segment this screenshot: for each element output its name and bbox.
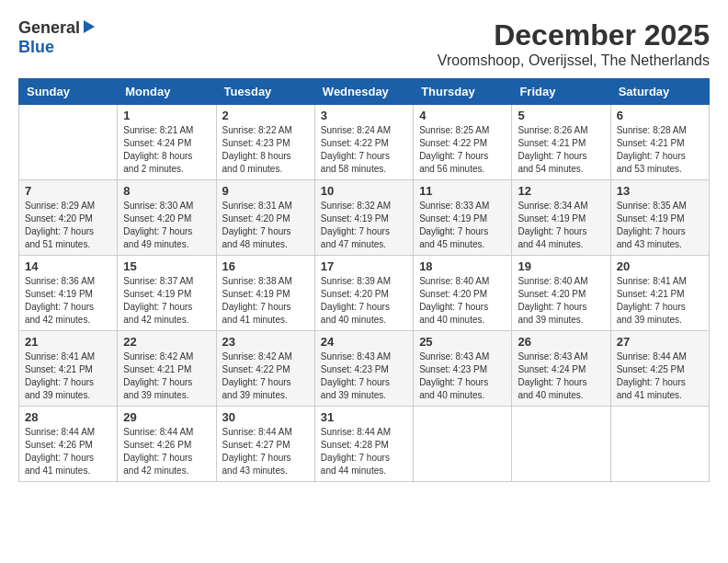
day-info: Sunrise: 8:44 AM Sunset: 4:26 PM Dayligh… <box>25 426 111 477</box>
calendar-cell: 7Sunrise: 8:29 AM Sunset: 4:20 PM Daylig… <box>19 180 118 256</box>
day-number: 9 <box>222 184 309 198</box>
day-info: Sunrise: 8:24 AM Sunset: 4:22 PM Dayligh… <box>321 124 407 176</box>
day-number: 28 <box>25 410 111 424</box>
calendar-week-row: 14Sunrise: 8:36 AM Sunset: 4:19 PM Dayli… <box>19 256 710 331</box>
location-title: Vroomshoop, Overijssel, The Netherlands <box>438 52 710 69</box>
calendar-cell: 25Sunrise: 8:43 AM Sunset: 4:23 PM Dayli… <box>414 331 512 407</box>
day-info: Sunrise: 8:44 AM Sunset: 4:27 PM Dayligh… <box>222 426 309 477</box>
calendar-cell <box>19 105 118 180</box>
page-header: General Blue December 2025 Vroomshoop, O… <box>18 18 710 69</box>
calendar-cell: 21Sunrise: 8:41 AM Sunset: 4:21 PM Dayli… <box>19 331 118 407</box>
calendar-table: SundayMondayTuesdayWednesdayThursdayFrid… <box>18 78 710 482</box>
calendar-cell: 31Sunrise: 8:44 AM Sunset: 4:28 PM Dayli… <box>314 407 413 482</box>
day-number: 15 <box>123 259 210 273</box>
day-info: Sunrise: 8:22 AM Sunset: 4:23 PM Dayligh… <box>222 124 309 176</box>
weekday-header-sunday: Sunday <box>19 79 118 105</box>
calendar-cell: 4Sunrise: 8:25 AM Sunset: 4:22 PM Daylig… <box>414 105 512 180</box>
weekday-header-row: SundayMondayTuesdayWednesdayThursdayFrid… <box>19 79 710 105</box>
logo-general-text: General <box>18 18 80 38</box>
calendar-cell: 20Sunrise: 8:41 AM Sunset: 4:21 PM Dayli… <box>610 256 709 331</box>
day-info: Sunrise: 8:42 AM Sunset: 4:22 PM Dayligh… <box>222 350 309 402</box>
day-info: Sunrise: 8:44 AM Sunset: 4:25 PM Dayligh… <box>617 350 703 402</box>
day-info: Sunrise: 8:32 AM Sunset: 4:19 PM Dayligh… <box>321 200 407 251</box>
calendar-week-row: 21Sunrise: 8:41 AM Sunset: 4:21 PM Dayli… <box>19 331 710 407</box>
day-number: 6 <box>617 109 703 122</box>
calendar-cell: 6Sunrise: 8:28 AM Sunset: 4:21 PM Daylig… <box>610 105 709 180</box>
logo: General Blue <box>18 18 97 57</box>
logo-arrow-icon <box>82 20 97 37</box>
calendar-cell: 1Sunrise: 8:21 AM Sunset: 4:24 PM Daylig… <box>118 105 216 180</box>
day-number: 10 <box>321 184 407 198</box>
day-number: 2 <box>222 109 309 122</box>
day-number: 20 <box>617 259 703 273</box>
title-section: December 2025 Vroomshoop, Overijssel, Th… <box>438 18 710 69</box>
calendar-cell: 26Sunrise: 8:43 AM Sunset: 4:24 PM Dayli… <box>512 331 610 407</box>
calendar-cell: 16Sunrise: 8:38 AM Sunset: 4:19 PM Dayli… <box>216 256 314 331</box>
calendar-cell: 22Sunrise: 8:42 AM Sunset: 4:21 PM Dayli… <box>118 331 216 407</box>
day-info: Sunrise: 8:43 AM Sunset: 4:24 PM Dayligh… <box>518 350 604 402</box>
day-number: 26 <box>518 335 604 349</box>
logo-blue-text: Blue <box>18 38 54 56</box>
day-number: 23 <box>222 335 309 349</box>
calendar-cell: 2Sunrise: 8:22 AM Sunset: 4:23 PM Daylig… <box>216 105 314 180</box>
svg-marker-0 <box>84 20 95 33</box>
day-number: 17 <box>321 259 407 273</box>
calendar-cell <box>414 407 512 482</box>
day-info: Sunrise: 8:28 AM Sunset: 4:21 PM Dayligh… <box>617 124 703 176</box>
day-number: 16 <box>222 259 309 273</box>
calendar-cell: 19Sunrise: 8:40 AM Sunset: 4:20 PM Dayli… <box>512 256 610 331</box>
calendar-cell: 3Sunrise: 8:24 AM Sunset: 4:22 PM Daylig… <box>314 105 413 180</box>
day-number: 11 <box>419 184 506 198</box>
day-number: 8 <box>123 184 210 198</box>
calendar-cell: 18Sunrise: 8:40 AM Sunset: 4:20 PM Dayli… <box>414 256 512 331</box>
calendar-week-row: 1Sunrise: 8:21 AM Sunset: 4:24 PM Daylig… <box>19 105 710 180</box>
day-number: 4 <box>419 109 506 122</box>
calendar-cell: 13Sunrise: 8:35 AM Sunset: 4:19 PM Dayli… <box>610 180 709 256</box>
weekday-header-monday: Monday <box>118 79 216 105</box>
calendar-week-row: 28Sunrise: 8:44 AM Sunset: 4:26 PM Dayli… <box>19 407 710 482</box>
day-number: 31 <box>321 410 407 424</box>
day-number: 14 <box>25 259 111 273</box>
day-number: 21 <box>25 335 111 349</box>
calendar-cell: 29Sunrise: 8:44 AM Sunset: 4:26 PM Dayli… <box>118 407 216 482</box>
calendar-cell: 24Sunrise: 8:43 AM Sunset: 4:23 PM Dayli… <box>314 331 413 407</box>
calendar-cell: 30Sunrise: 8:44 AM Sunset: 4:27 PM Dayli… <box>216 407 314 482</box>
day-info: Sunrise: 8:41 AM Sunset: 4:21 PM Dayligh… <box>25 350 111 402</box>
day-number: 1 <box>123 109 210 122</box>
day-info: Sunrise: 8:37 AM Sunset: 4:19 PM Dayligh… <box>123 275 210 327</box>
day-info: Sunrise: 8:30 AM Sunset: 4:20 PM Dayligh… <box>123 200 210 251</box>
calendar-cell: 27Sunrise: 8:44 AM Sunset: 4:25 PM Dayli… <box>610 331 709 407</box>
day-info: Sunrise: 8:39 AM Sunset: 4:20 PM Dayligh… <box>321 275 407 327</box>
day-number: 25 <box>419 335 506 349</box>
day-number: 30 <box>222 410 309 424</box>
day-info: Sunrise: 8:34 AM Sunset: 4:19 PM Dayligh… <box>518 200 604 251</box>
day-number: 27 <box>617 335 703 349</box>
day-info: Sunrise: 8:44 AM Sunset: 4:26 PM Dayligh… <box>123 426 210 477</box>
day-number: 19 <box>518 259 604 273</box>
calendar-cell: 17Sunrise: 8:39 AM Sunset: 4:20 PM Dayli… <box>314 256 413 331</box>
day-info: Sunrise: 8:25 AM Sunset: 4:22 PM Dayligh… <box>419 124 506 176</box>
day-info: Sunrise: 8:35 AM Sunset: 4:19 PM Dayligh… <box>617 200 703 251</box>
calendar-cell: 10Sunrise: 8:32 AM Sunset: 4:19 PM Dayli… <box>314 180 413 256</box>
day-number: 7 <box>25 184 111 198</box>
day-number: 22 <box>123 335 210 349</box>
weekday-header-friday: Friday <box>512 79 610 105</box>
calendar-cell <box>610 407 709 482</box>
weekday-header-saturday: Saturday <box>610 79 709 105</box>
calendar-cell: 23Sunrise: 8:42 AM Sunset: 4:22 PM Dayli… <box>216 331 314 407</box>
day-info: Sunrise: 8:29 AM Sunset: 4:20 PM Dayligh… <box>25 200 111 251</box>
day-number: 29 <box>123 410 210 424</box>
day-info: Sunrise: 8:26 AM Sunset: 4:21 PM Dayligh… <box>518 124 604 176</box>
day-info: Sunrise: 8:36 AM Sunset: 4:19 PM Dayligh… <box>25 275 111 327</box>
day-info: Sunrise: 8:38 AM Sunset: 4:19 PM Dayligh… <box>222 275 309 327</box>
day-info: Sunrise: 8:41 AM Sunset: 4:21 PM Dayligh… <box>617 275 703 327</box>
day-info: Sunrise: 8:33 AM Sunset: 4:19 PM Dayligh… <box>419 200 506 251</box>
day-info: Sunrise: 8:40 AM Sunset: 4:20 PM Dayligh… <box>419 275 506 327</box>
calendar-cell: 14Sunrise: 8:36 AM Sunset: 4:19 PM Dayli… <box>19 256 118 331</box>
day-info: Sunrise: 8:40 AM Sunset: 4:20 PM Dayligh… <box>518 275 604 327</box>
day-number: 3 <box>321 109 407 122</box>
calendar-cell: 5Sunrise: 8:26 AM Sunset: 4:21 PM Daylig… <box>512 105 610 180</box>
day-info: Sunrise: 8:31 AM Sunset: 4:20 PM Dayligh… <box>222 200 309 251</box>
day-number: 5 <box>518 109 604 122</box>
day-number: 12 <box>518 184 604 198</box>
